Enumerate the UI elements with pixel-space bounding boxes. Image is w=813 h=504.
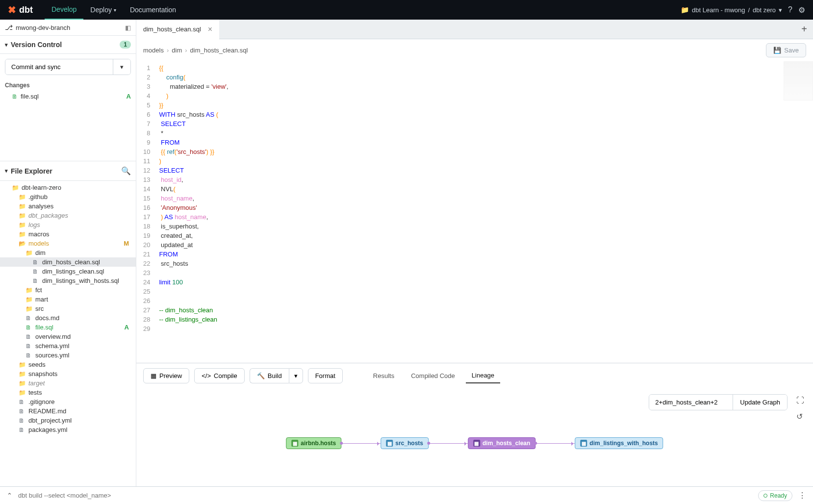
panel-toggle-icon[interactable]: ◧	[125, 24, 131, 31]
nav-develop[interactable]: Develop	[45, 0, 83, 20]
folder-icon: 📁	[25, 250, 32, 256]
tree-file[interactable]: 🗎dim_listings_clean.sql	[0, 267, 136, 276]
tree-label: snapshots	[28, 370, 131, 378]
tree-label: src	[35, 305, 131, 312]
tree-folder[interactable]: 📁macros	[0, 229, 136, 239]
help-icon[interactable]: ?	[788, 5, 792, 14]
folder-icon: 📁	[25, 296, 32, 303]
code-content[interactable]: {{ config( materialized = 'view', ) }} W…	[155, 61, 813, 363]
update-graph-button[interactable]: Update Graph	[733, 395, 787, 410]
source-icon: ▦	[291, 440, 298, 447]
tree-label: dbt-learn-zero	[22, 184, 131, 191]
refresh-icon[interactable]: ↺	[794, 410, 806, 423]
nav-deploy[interactable]: Deploy▾	[83, 0, 123, 20]
file-explorer-header[interactable]: ▾ File Explorer 🔍	[0, 161, 136, 181]
tree-folder[interactable]: 📁dbt_packages	[0, 211, 136, 220]
file-icon: 🗎	[25, 324, 32, 331]
tree-folder-models[interactable]: 📂modelsM	[0, 239, 136, 248]
tree-file[interactable]: 🗎docs.md	[0, 313, 136, 323]
tab-compiled-code[interactable]: Compiled Code	[405, 369, 461, 383]
tree-file[interactable]: 🗎packages.yml	[0, 425, 136, 434]
tree-folder[interactable]: 📁src	[0, 304, 136, 313]
preview-button[interactable]: ▦Preview	[143, 368, 189, 383]
lineage-edge	[341, 443, 381, 444]
tree-folder[interactable]: 📁fct	[0, 285, 136, 295]
breadcrumb[interactable]: dim	[172, 47, 182, 54]
folder-open-icon: 📂	[19, 240, 25, 247]
more-icon[interactable]: ⋮	[798, 491, 806, 500]
minimap[interactable]	[784, 61, 813, 101]
project-name: dbt Learn - mwong	[692, 6, 745, 14]
change-row[interactable]: 🗎 file.sql A	[0, 91, 136, 102]
editor-tabs: dim_hosts_clean.sql × +	[136, 20, 813, 39]
nav-docs[interactable]: Documentation	[123, 0, 183, 20]
folder-icon: 📁	[19, 380, 25, 387]
tree-root[interactable]: 📁dbt-learn-zero	[0, 183, 136, 192]
tree-file[interactable]: 🗎sources.yml	[0, 351, 136, 360]
expand-icon[interactable]: ⌃	[7, 492, 12, 499]
tree-file[interactable]: 🗎overview.md	[0, 332, 136, 341]
lineage-view[interactable]: Update Graph ⛶ ↺ ▦airbnb.hosts ▦src_host…	[136, 388, 813, 486]
compile-button[interactable]: </>Compile	[194, 368, 244, 383]
save-button[interactable]: 💾 Save	[766, 43, 806, 57]
tree-file[interactable]: 🗎.gitignore	[0, 397, 136, 406]
tree-folder[interactable]: 📁.github	[0, 192, 136, 202]
close-icon[interactable]: ×	[208, 25, 212, 34]
fe-title: File Explorer	[11, 167, 52, 175]
sidebar: ⎇ mwong-dev-branch ◧ ▾ Version Control 1…	[0, 20, 136, 486]
code-icon: </>	[202, 372, 211, 379]
file-icon: 🗎	[19, 417, 25, 424]
commit-dropdown[interactable]: ▾	[113, 59, 130, 75]
folder-icon: 📁	[12, 184, 19, 191]
tab-results[interactable]: Results	[367, 369, 400, 383]
version-control-header[interactable]: ▾ Version Control 1	[0, 36, 136, 54]
project-selector[interactable]: 📁 dbt Learn - mwong / dbt zero ▾	[681, 6, 782, 14]
folder-icon: 📁	[19, 389, 25, 396]
breadcrumb: dim_hosts_clean.sql	[190, 47, 248, 54]
folder-icon: 📁	[19, 203, 25, 210]
folder-icon: 📁	[19, 371, 25, 378]
lineage-node-model[interactable]: ▦dim_listings_with_hosts	[575, 437, 663, 449]
tree-file[interactable]: 🗎dim_listings_with_hosts.sql	[0, 276, 136, 285]
tab-label: dim_hosts_clean.sql	[143, 25, 201, 33]
tree-folder[interactable]: 📁dim	[0, 248, 136, 257]
tree-file[interactable]: 🗎schema.yml	[0, 341, 136, 351]
add-tab-button[interactable]: +	[795, 24, 813, 35]
branch-icon: ⎇	[5, 24, 13, 31]
tree-folder[interactable]: 📁tests	[0, 388, 136, 397]
format-button[interactable]: Format	[308, 368, 343, 383]
node-label: src_hosts	[395, 440, 423, 447]
btn-label: Compile	[214, 372, 237, 379]
command-input[interactable]	[18, 492, 752, 499]
settings-icon[interactable]: ⚙	[798, 5, 805, 15]
search-icon[interactable]: 🔍	[121, 166, 131, 176]
commit-sync-button[interactable]: Commit and sync	[5, 59, 113, 75]
chevron-down-icon: ▾	[294, 372, 298, 379]
tree-file[interactable]: 🗎README.md	[0, 406, 136, 416]
code-editor[interactable]: 1234567891011121314151617181920212223242…	[136, 61, 813, 363]
build-button[interactable]: 🔨Build	[250, 368, 289, 383]
lineage-selector-input[interactable]	[649, 395, 733, 410]
fullscreen-icon[interactable]: ⛶	[794, 394, 806, 407]
tree-folder[interactable]: 📁snapshots	[0, 369, 136, 378]
tree-file-active[interactable]: 🗎dim_hosts_clean.sql	[0, 257, 136, 267]
lineage-edge	[429, 443, 468, 444]
tree-folder[interactable]: 📁analyses	[0, 202, 136, 211]
nav-develop-label: Develop	[51, 5, 76, 13]
breadcrumb[interactable]: models	[143, 47, 164, 54]
tree-file[interactable]: 🗎dbt_project.yml	[0, 416, 136, 425]
lineage-node-current[interactable]: ▦dim_hosts_clean	[468, 437, 535, 449]
lineage-node-source[interactable]: ▦airbnb.hosts	[286, 437, 341, 449]
tree-folder[interactable]: 📁mart	[0, 295, 136, 304]
tree-folder[interactable]: 📁seeds	[0, 360, 136, 369]
tree-folder[interactable]: 📁logs	[0, 220, 136, 229]
tree-folder[interactable]: 📁target	[0, 378, 136, 388]
editor-tab-active[interactable]: dim_hosts_clean.sql ×	[136, 20, 219, 39]
tab-lineage[interactable]: Lineage	[466, 368, 500, 383]
node-label: dim_listings_with_hosts	[589, 440, 658, 447]
lineage-node-model[interactable]: ▦src_hosts	[381, 437, 429, 449]
build-dropdown[interactable]: ▾	[289, 368, 303, 383]
tree-file[interactable]: 🗎file.sqlA	[0, 323, 136, 332]
btn-label: Build	[268, 372, 282, 379]
chevron-down-icon: ▾	[114, 7, 116, 13]
